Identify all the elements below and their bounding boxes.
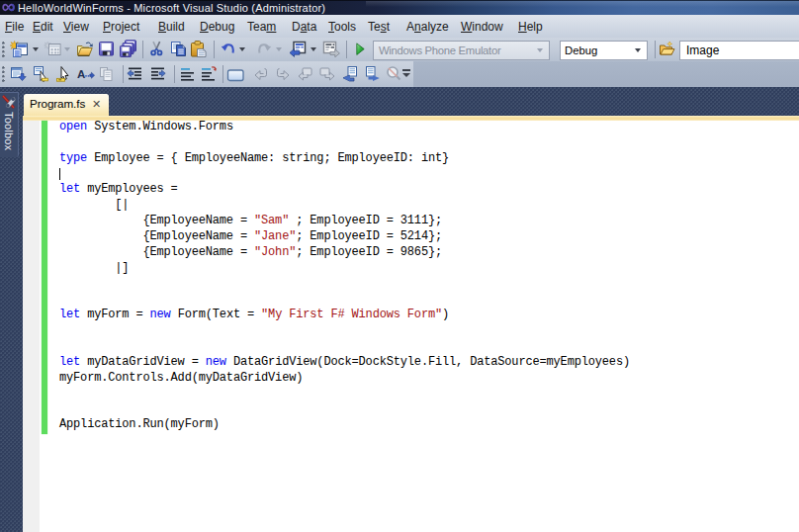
svg-text:A: A: [77, 68, 85, 80]
